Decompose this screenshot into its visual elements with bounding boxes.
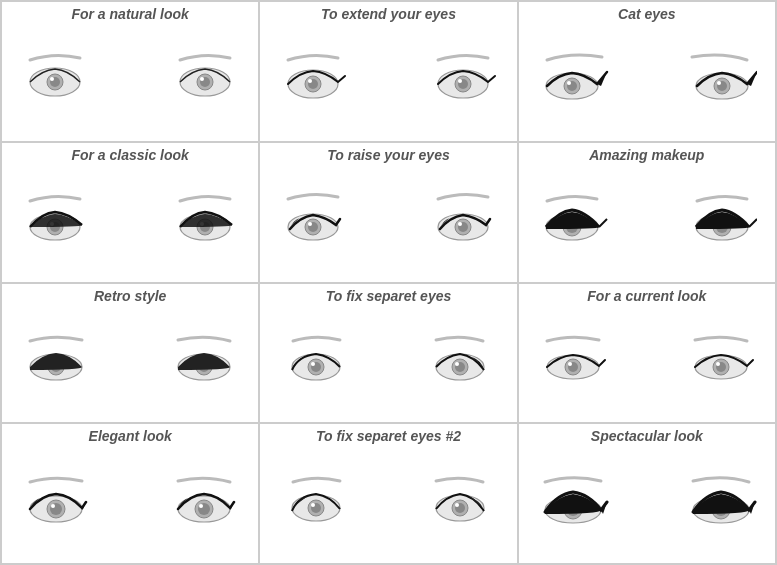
cell-classic-look: For a classic look bbox=[1, 142, 259, 283]
svg-point-23 bbox=[717, 81, 721, 85]
svg-point-11 bbox=[308, 79, 312, 83]
cell-raise-eyes: To raise your eyes bbox=[259, 142, 517, 283]
eye-illustration-current-look bbox=[525, 308, 769, 418]
eye-illustration-classic-look bbox=[8, 168, 252, 278]
cell-extend-eyes: To extend your eyes bbox=[259, 1, 517, 142]
title-classic-look: For a classic look bbox=[71, 147, 189, 164]
svg-point-3 bbox=[50, 77, 54, 81]
title-retro-style: Retro style bbox=[94, 288, 166, 305]
title-fix-separate2: To fix separet eyes #2 bbox=[316, 428, 461, 445]
title-raise-eyes: To raise your eyes bbox=[327, 147, 449, 164]
svg-point-35 bbox=[308, 222, 312, 226]
eye-illustration-elegant-look bbox=[8, 449, 252, 559]
eye-illustration-retro-style bbox=[8, 308, 252, 418]
cell-retro-style: Retro style bbox=[1, 283, 259, 424]
eye-illustration-fix-separate2 bbox=[266, 449, 510, 559]
title-natural-look: For a natural look bbox=[71, 6, 188, 23]
cell-spectacular-look: Spectacular look bbox=[518, 423, 776, 564]
title-fix-separate: To fix separet eyes bbox=[326, 288, 452, 305]
title-current-look: For a current look bbox=[587, 288, 706, 305]
eye-illustration-natural-look bbox=[8, 27, 252, 137]
title-extend-eyes: To extend your eyes bbox=[321, 6, 456, 23]
cell-natural-look: For a natural look bbox=[1, 1, 259, 142]
eye-illustration-spectacular-look bbox=[525, 449, 769, 559]
eye-illustration-raise-eyes bbox=[266, 168, 510, 278]
eye-illustration-fix-separate bbox=[266, 308, 510, 418]
cell-current-look: For a current look bbox=[518, 283, 776, 424]
cell-elegant-look: Elegant look bbox=[1, 423, 259, 564]
svg-point-15 bbox=[458, 79, 462, 83]
title-amazing-makeup: Amazing makeup bbox=[589, 147, 704, 164]
eye-illustration-extend-eyes bbox=[266, 27, 510, 137]
svg-point-79 bbox=[199, 504, 203, 508]
svg-point-19 bbox=[567, 81, 571, 85]
svg-point-67 bbox=[568, 362, 572, 366]
eye-illustration-cat-eyes bbox=[525, 27, 769, 137]
svg-point-7 bbox=[200, 77, 204, 81]
svg-point-71 bbox=[716, 362, 720, 366]
title-elegant-look: Elegant look bbox=[89, 428, 172, 445]
svg-point-39 bbox=[458, 222, 462, 226]
cell-cat-eyes: Cat eyes bbox=[518, 1, 776, 142]
cell-fix-separate: To fix separet eyes bbox=[259, 283, 517, 424]
svg-point-75 bbox=[51, 504, 55, 508]
svg-point-87 bbox=[455, 503, 459, 507]
svg-point-63 bbox=[455, 362, 459, 366]
svg-point-59 bbox=[311, 362, 315, 366]
cell-amazing-makeup: Amazing makeup bbox=[518, 142, 776, 283]
eye-illustration-amazing-makeup bbox=[525, 168, 769, 278]
title-cat-eyes: Cat eyes bbox=[618, 6, 676, 23]
svg-point-83 bbox=[311, 503, 315, 507]
title-spectacular-look: Spectacular look bbox=[591, 428, 703, 445]
cell-fix-separate2: To fix separet eyes #2 bbox=[259, 423, 517, 564]
eye-styles-grid: For a natural look To extend your bbox=[0, 0, 777, 565]
